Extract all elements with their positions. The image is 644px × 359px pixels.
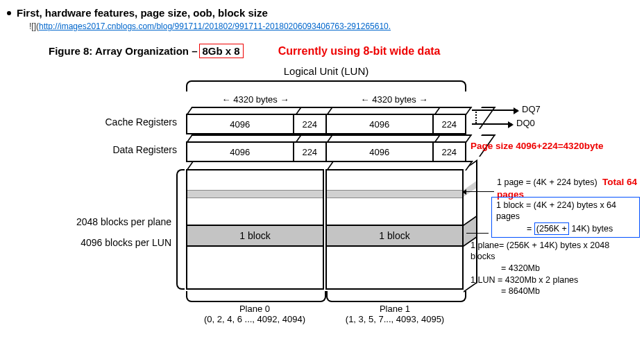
figure-caption: Figure 8: Array Organization – <box>49 45 198 57</box>
bullet-icon <box>7 11 11 15</box>
plane-0-block-band: 1 block <box>187 225 323 247</box>
note-8bit: Currently using 8-bit wide data <box>278 45 441 58</box>
source-url-link[interactable]: http://images2017.cnblogs.com/blog/99171… <box>39 21 391 31</box>
md-prefix: ![]( <box>29 21 39 31</box>
array-organization-diagram: Logical Unit (LUN) ← 4320 bytes → ← 4320… <box>28 65 625 356</box>
lun-brace <box>186 80 466 91</box>
data-p1-main: 4096 <box>327 143 434 161</box>
block-equation: 1 block = (4K + 224) bytes x 64 pages = … <box>491 197 640 238</box>
block-256k-highlight: (256K + <box>534 222 569 235</box>
cache-p1-oob: 224 <box>434 115 465 133</box>
plane-equation: 1 plane= (256K + 14K) bytes x 2048 block… <box>471 240 625 274</box>
cache-registers-label: Cache Registers <box>80 116 177 128</box>
cache-p0-main: 4096 <box>187 115 294 133</box>
plane-1-block: 1 block <box>325 169 464 290</box>
dq0-arrow <box>472 123 512 125</box>
lun-equation: 1 LUN = 4320Mb x 2 planes = 8640Mb <box>471 274 578 297</box>
blocks-per-plane-label: 2048 blocks per plane <box>64 216 171 227</box>
heading-row: First, hardware features, page size, oob… <box>7 7 637 19</box>
data-p0-main: 4096 <box>187 143 294 161</box>
dim-left: ← 4320 bytes → <box>186 94 325 105</box>
lun-title: Logical Unit (LUN) <box>236 65 416 77</box>
dimension-row: ← 4320 bytes → ← 4320 bytes → <box>186 94 464 105</box>
plane-1-brace <box>326 291 466 302</box>
page-size-note: Page size 4096+224=4320byte <box>471 140 603 152</box>
plane-0-block: 1 block <box>186 169 324 290</box>
cache-registers: 4096 224 4096 224 <box>186 114 466 134</box>
figure-chip: 8Gb x 8 <box>199 44 244 58</box>
cache-p1-main: 4096 <box>327 115 434 133</box>
block-eq-line2: = (256K + 14K) bytes <box>496 222 635 235</box>
left-brace <box>176 169 185 290</box>
plane-0-page-band <box>187 190 323 198</box>
section-title: First, hardware features, page size, oob… <box>17 7 268 19</box>
plane-1-page-band <box>327 190 462 198</box>
dq7-label: DQ7 <box>522 104 541 114</box>
plane-1-label: Plane 1 (1, 3, 5, 7..., 4093, 4095) <box>326 304 464 324</box>
plane-0-label: Plane 0 (0, 2, 4, 6 ..., 4092, 4094) <box>186 304 323 324</box>
block-pointer-line <box>466 233 489 234</box>
data-registers-label: Data Registers <box>80 144 177 155</box>
dim-right: ← 4320 bytes → <box>325 94 464 105</box>
figure-caption-row: Figure 8: Array Organization – 8Gb x 8 C… <box>49 44 637 58</box>
plane-0-brace <box>186 291 326 302</box>
image-markdown-link: ![](http://images2017.cnblogs.com/blog/9… <box>29 21 637 31</box>
dq0-label: DQ0 <box>516 118 535 128</box>
cache-p0-oob: 224 <box>294 115 327 133</box>
data-p0-oob: 224 <box>294 143 327 161</box>
dq-dots <box>475 110 477 123</box>
dq7-arrow <box>472 110 518 111</box>
blocks-per-lun-label: 4096 blocks per LUN <box>64 237 171 248</box>
planes-container: 1 block 1 block <box>186 169 464 290</box>
data-registers: 4096 224 4096 224 <box>186 141 466 162</box>
plane-1-block-band: 1 block <box>327 225 462 247</box>
data-p1-oob: 224 <box>434 143 465 161</box>
page-pointer-line <box>466 191 494 192</box>
